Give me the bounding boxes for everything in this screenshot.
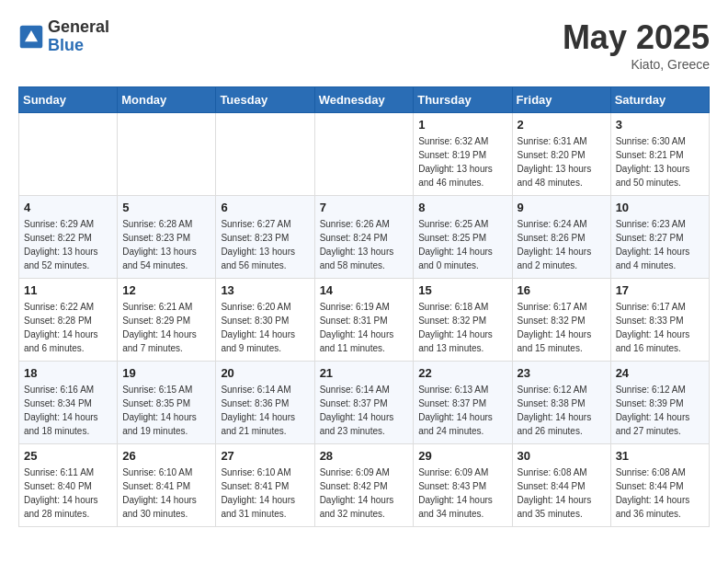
day-number: 23 (518, 366, 606, 380)
day-number: 28 (320, 449, 409, 463)
day-number: 17 (616, 283, 704, 297)
logo-text: General Blue (48, 18, 109, 55)
calendar-cell: 4Sunrise: 6:29 AM Sunset: 8:22 PM Daylig… (19, 196, 118, 279)
calendar-cell: 6Sunrise: 6:27 AM Sunset: 8:23 PM Daylig… (216, 196, 314, 279)
col-header-tuesday: Tuesday (216, 87, 314, 113)
day-info: Sunrise: 6:19 AM Sunset: 8:31 PM Dayligh… (320, 300, 409, 355)
day-number: 12 (122, 283, 210, 297)
day-number: 1 (418, 118, 506, 132)
calendar-cell: 15Sunrise: 6:18 AM Sunset: 8:32 PM Dayli… (414, 279, 512, 362)
day-info: Sunrise: 6:12 AM Sunset: 8:39 PM Dayligh… (616, 383, 704, 438)
day-number: 11 (24, 283, 112, 297)
calendar-cell: 14Sunrise: 6:19 AM Sunset: 8:31 PM Dayli… (314, 279, 414, 362)
day-number: 16 (518, 283, 606, 297)
day-number: 18 (24, 366, 112, 380)
location: Kiato, Greece (563, 57, 710, 72)
day-info: Sunrise: 6:28 AM Sunset: 8:23 PM Dayligh… (122, 217, 210, 272)
calendar-cell: 22Sunrise: 6:13 AM Sunset: 8:37 PM Dayli… (414, 362, 512, 444)
day-info: Sunrise: 6:21 AM Sunset: 8:29 PM Dayligh… (122, 300, 210, 355)
col-header-wednesday: Wednesday (314, 87, 414, 113)
day-number: 2 (518, 118, 606, 132)
days-of-week-row: SundayMondayTuesdayWednesdayThursdayFrid… (19, 87, 710, 113)
day-info: Sunrise: 6:22 AM Sunset: 8:28 PM Dayligh… (24, 300, 112, 355)
day-info: Sunrise: 6:12 AM Sunset: 8:38 PM Dayligh… (518, 383, 606, 438)
calendar-cell: 29Sunrise: 6:09 AM Sunset: 8:43 PM Dayli… (414, 444, 512, 527)
calendar-cell: 8Sunrise: 6:25 AM Sunset: 8:25 PM Daylig… (414, 196, 512, 279)
day-number: 15 (418, 283, 506, 297)
day-info: Sunrise: 6:17 AM Sunset: 8:33 PM Dayligh… (616, 300, 704, 355)
logo: General Blue (18, 18, 109, 55)
calendar-cell: 31Sunrise: 6:08 AM Sunset: 8:44 PM Dayli… (610, 444, 709, 527)
calendar-cell (314, 113, 414, 196)
week-row-3: 11Sunrise: 6:22 AM Sunset: 8:28 PM Dayli… (19, 279, 710, 362)
calendar-cell: 7Sunrise: 6:26 AM Sunset: 8:24 PM Daylig… (314, 196, 414, 279)
week-row-1: 1Sunrise: 6:32 AM Sunset: 8:19 PM Daylig… (19, 113, 710, 196)
day-number: 21 (320, 366, 409, 380)
calendar-cell: 2Sunrise: 6:31 AM Sunset: 8:20 PM Daylig… (512, 113, 610, 196)
day-info: Sunrise: 6:09 AM Sunset: 8:43 PM Dayligh… (418, 465, 506, 521)
day-info: Sunrise: 6:16 AM Sunset: 8:34 PM Dayligh… (24, 383, 112, 438)
calendar-cell (216, 113, 314, 196)
calendar-cell: 26Sunrise: 6:10 AM Sunset: 8:41 PM Dayli… (118, 444, 216, 527)
page-header: General Blue May 2025 Kiato, Greece (18, 18, 710, 72)
day-info: Sunrise: 6:08 AM Sunset: 8:44 PM Dayligh… (518, 465, 606, 521)
logo-blue: Blue (48, 37, 109, 55)
day-info: Sunrise: 6:31 AM Sunset: 8:20 PM Dayligh… (518, 134, 606, 190)
calendar-cell: 18Sunrise: 6:16 AM Sunset: 8:34 PM Dayli… (19, 362, 118, 444)
day-info: Sunrise: 6:10 AM Sunset: 8:41 PM Dayligh… (122, 465, 210, 521)
calendar-cell: 17Sunrise: 6:17 AM Sunset: 8:33 PM Dayli… (610, 279, 709, 362)
day-number: 22 (418, 366, 506, 380)
calendar-cell: 27Sunrise: 6:10 AM Sunset: 8:41 PM Dayli… (216, 444, 314, 527)
day-info: Sunrise: 6:14 AM Sunset: 8:37 PM Dayligh… (320, 383, 409, 438)
day-number: 30 (518, 449, 606, 463)
month-title: May 2025 (563, 18, 710, 57)
day-number: 31 (616, 449, 704, 463)
day-info: Sunrise: 6:08 AM Sunset: 8:44 PM Dayligh… (616, 465, 704, 521)
calendar-cell: 16Sunrise: 6:17 AM Sunset: 8:32 PM Dayli… (512, 279, 610, 362)
day-info: Sunrise: 6:20 AM Sunset: 8:30 PM Dayligh… (221, 300, 309, 355)
calendar-cell: 30Sunrise: 6:08 AM Sunset: 8:44 PM Dayli… (512, 444, 610, 527)
calendar-cell: 20Sunrise: 6:14 AM Sunset: 8:36 PM Dayli… (216, 362, 314, 444)
day-number: 3 (616, 118, 704, 132)
calendar-cell: 10Sunrise: 6:23 AM Sunset: 8:27 PM Dayli… (610, 196, 709, 279)
col-header-friday: Friday (512, 87, 610, 113)
calendar-cell: 3Sunrise: 6:30 AM Sunset: 8:21 PM Daylig… (610, 113, 709, 196)
day-info: Sunrise: 6:09 AM Sunset: 8:42 PM Dayligh… (320, 465, 409, 521)
day-info: Sunrise: 6:18 AM Sunset: 8:32 PM Dayligh… (418, 300, 506, 355)
col-header-monday: Monday (118, 87, 216, 113)
logo-icon (18, 24, 44, 50)
day-number: 9 (518, 201, 606, 214)
calendar-table: SundayMondayTuesdayWednesdayThursdayFrid… (18, 86, 710, 527)
calendar-cell: 5Sunrise: 6:28 AM Sunset: 8:23 PM Daylig… (118, 196, 216, 279)
day-info: Sunrise: 6:17 AM Sunset: 8:32 PM Dayligh… (518, 300, 606, 355)
calendar-cell (19, 113, 118, 196)
calendar-cell: 19Sunrise: 6:15 AM Sunset: 8:35 PM Dayli… (118, 362, 216, 444)
day-number: 24 (616, 366, 704, 380)
day-number: 7 (320, 201, 409, 214)
day-info: Sunrise: 6:11 AM Sunset: 8:40 PM Dayligh… (24, 465, 112, 521)
day-info: Sunrise: 6:15 AM Sunset: 8:35 PM Dayligh… (122, 383, 210, 438)
week-row-4: 18Sunrise: 6:16 AM Sunset: 8:34 PM Dayli… (19, 362, 710, 444)
calendar-cell: 1Sunrise: 6:32 AM Sunset: 8:19 PM Daylig… (414, 113, 512, 196)
calendar-cell: 24Sunrise: 6:12 AM Sunset: 8:39 PM Dayli… (610, 362, 709, 444)
calendar-cell: 12Sunrise: 6:21 AM Sunset: 8:29 PM Dayli… (118, 279, 216, 362)
calendar-cell (118, 113, 216, 196)
day-info: Sunrise: 6:10 AM Sunset: 8:41 PM Dayligh… (221, 465, 309, 521)
day-info: Sunrise: 6:30 AM Sunset: 8:21 PM Dayligh… (616, 134, 704, 190)
day-number: 29 (418, 449, 506, 463)
day-info: Sunrise: 6:24 AM Sunset: 8:26 PM Dayligh… (518, 217, 606, 272)
calendar-cell: 21Sunrise: 6:14 AM Sunset: 8:37 PM Dayli… (314, 362, 414, 444)
day-number: 14 (320, 283, 409, 297)
week-row-5: 25Sunrise: 6:11 AM Sunset: 8:40 PM Dayli… (19, 444, 710, 527)
day-info: Sunrise: 6:13 AM Sunset: 8:37 PM Dayligh… (418, 383, 506, 438)
day-number: 8 (418, 201, 506, 214)
svg-rect-2 (27, 39, 37, 41)
day-number: 5 (122, 201, 210, 214)
col-header-saturday: Saturday (610, 87, 709, 113)
day-number: 25 (24, 449, 112, 463)
day-number: 10 (616, 201, 704, 214)
calendar-cell: 28Sunrise: 6:09 AM Sunset: 8:42 PM Dayli… (314, 444, 414, 527)
week-row-2: 4Sunrise: 6:29 AM Sunset: 8:22 PM Daylig… (19, 196, 710, 279)
day-number: 4 (24, 201, 112, 214)
title-block: May 2025 Kiato, Greece (563, 18, 710, 72)
